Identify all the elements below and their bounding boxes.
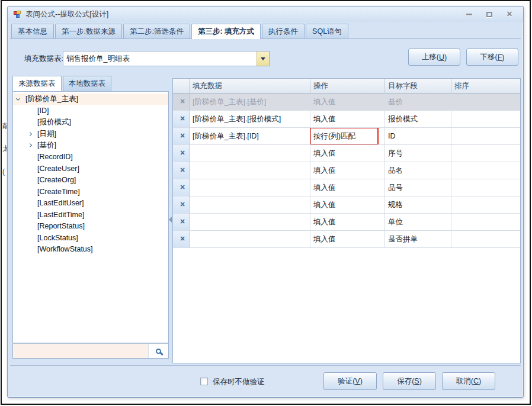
delete-row-button[interactable]: × [173,128,190,145]
magnifier-icon [156,349,161,354]
fill-data-cell[interactable]: [阶梯价单_主表].[ID] [190,128,310,145]
tree-item[interactable]: [阶梯价单_主表] [13,94,168,105]
tab[interactable]: 第二步:筛选条件 [123,24,190,38]
operation-cell[interactable]: 填入值 [310,162,385,179]
sort-cell[interactable] [451,145,520,162]
target-field-cell[interactable]: 品号 [385,179,451,196]
delete-icon: × [180,217,185,226]
operation-cell[interactable]: 填入值 [310,145,385,162]
tab[interactable]: SQL语句 [306,24,348,38]
target-field-cell[interactable]: 基价 [385,94,451,111]
fill-data-cell[interactable] [190,179,310,196]
operation-cell[interactable]: 填入值 [310,94,385,111]
delete-row-button[interactable]: × [173,162,190,179]
column-header[interactable]: 填充数据 [190,79,310,94]
target-field-cell[interactable]: 规格 [385,196,451,214]
panel-tab[interactable]: 本地数据表 [63,76,112,91]
delete-row-button[interactable]: × [173,179,190,196]
column-header[interactable]: 操作 [310,79,385,94]
tree-search-input[interactable] [13,344,148,358]
tree-search-button[interactable] [148,344,168,358]
tab[interactable]: 第一步:数据来源 [55,24,122,38]
delete-row-button[interactable]: × [173,214,190,231]
tree-item[interactable]: [ID] [13,105,168,117]
operation-cell[interactable]: 按行(列)匹配 [310,128,385,145]
fill-data-cell[interactable] [190,162,310,179]
maximize-button[interactable] [484,10,495,19]
tree-item-label: [LastEditUser] [37,199,84,207]
fill-table-label: 填充数据表: [24,54,63,64]
tree-item-label: [报价模式] [37,117,71,127]
close-button[interactable]: × [504,10,515,19]
title-bar[interactable]: 表间公式--提取公式[设计] × [8,7,523,22]
target-field-cell[interactable]: 序号 [385,145,451,162]
cancel-button[interactable]: 取消(C) [442,372,495,390]
sort-cell[interactable] [451,94,520,111]
operation-cell[interactable]: 填入值 [310,179,385,196]
tree-item[interactable]: [日期] [13,128,168,140]
fill-data-cell[interactable] [190,214,310,231]
delete-row-button[interactable]: × [173,196,190,214]
tree-item[interactable]: [基价] [13,140,168,152]
expander-icon[interactable] [28,133,37,136]
tree-item[interactable]: [CreateTime] [13,186,168,198]
tree-item[interactable]: [LastEditUser] [13,198,168,210]
panel-tab[interactable]: 来源数据表 [12,76,62,91]
tab[interactable]: 基本信息 [11,24,54,38]
delete-icon: × [180,96,185,106]
delete-row-button[interactable]: × [173,231,190,248]
fill-data-cell[interactable]: [阶梯价单_主表].[基价] [190,94,310,111]
sort-cell[interactable] [451,128,520,145]
tree-item[interactable]: [LastEditTime] [13,209,168,221]
sort-cell[interactable] [451,111,520,128]
fill-data-cell[interactable] [190,231,310,248]
combobox-dropdown-button[interactable] [257,51,269,66]
target-field-cell[interactable]: 单位 [385,214,451,231]
delete-row-button[interactable]: × [173,145,190,162]
operation-cell[interactable]: 填入值 [310,111,385,128]
delete-icon: × [180,165,185,175]
target-field-cell[interactable]: 是否拼单 [385,231,451,248]
tab[interactable]: 第三步: 填充方式 [191,24,261,39]
source-table-tree: [阶梯价单_主表] [ID] [报价模式] [日期] [基价] [12,91,169,343]
operation-cell[interactable]: 填入值 [310,196,385,214]
sort-cell[interactable] [451,231,520,248]
sort-cell[interactable] [451,214,520,231]
fill-table-combobox[interactable]: 销售报价单_明细表 [63,51,270,66]
column-header[interactable]: 排序 [451,79,520,94]
fill-data-cell[interactable] [190,196,310,214]
tree-item[interactable]: [CreateOrg] [13,175,168,186]
tree-item[interactable]: [RecordID] [13,152,168,163]
delete-icon: × [180,148,185,157]
save-button[interactable]: 保存(S) [383,372,436,390]
move-down-button[interactable]: 下移(F) [466,49,518,66]
operation-cell[interactable]: 填入值 [310,231,385,248]
tab-label: SQL语句 [312,27,342,36]
fill-data-cell[interactable]: [阶梯价单_主表].[报价模式] [190,111,310,128]
sort-cell[interactable] [451,196,520,214]
fill-data-cell[interactable] [190,145,310,162]
sort-cell[interactable] [451,179,520,196]
operation-cell[interactable]: 填入值 [310,214,385,231]
target-field-cell[interactable]: 报价模式 [385,111,451,128]
tree-item[interactable]: [CreateUser] [13,163,168,175]
expander-icon[interactable] [17,98,25,100]
splitter-collapse-icon[interactable] [169,217,172,223]
validate-button[interactable]: 验证(V) [323,372,377,390]
grid-rows: × [阶梯价单_主表].[基价] 填入值 基价 × [阶梯价单_主表].[报价模… [173,94,520,248]
column-header[interactable]: 目标字段 [385,79,451,94]
move-up-button[interactable]: 上移(U) [408,49,460,66]
tree-item[interactable]: [WorkflowStatus] [13,244,168,256]
tree-item[interactable]: [LockStatus] [13,232,168,244]
minimize-button[interactable] [464,10,475,19]
expander-icon[interactable] [28,144,37,147]
skip-validation-checkbox[interactable] [200,378,208,385]
tab[interactable]: 执行条件 [262,24,305,38]
target-field-cell[interactable]: 品名 [385,162,451,179]
tree-item[interactable]: [报价模式] [13,117,168,128]
target-field-cell[interactable]: ID [385,128,451,145]
delete-row-button[interactable]: × [173,94,190,111]
sort-cell[interactable] [451,162,520,179]
delete-row-button[interactable]: × [173,111,190,128]
tree-item[interactable]: [ReportStatus] [13,221,168,233]
